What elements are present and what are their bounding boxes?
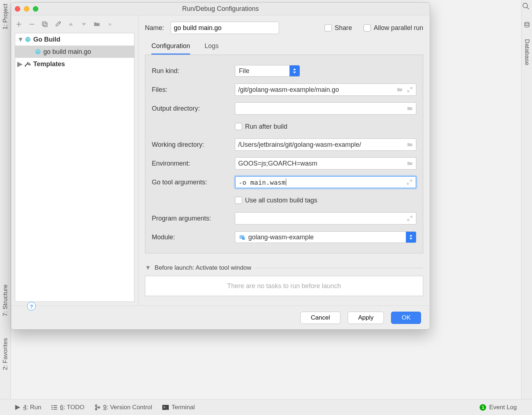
name-input[interactable] xyxy=(171,22,279,34)
tree-label: Go Build xyxy=(33,36,60,43)
tool-terminal[interactable]: >_ Terminal xyxy=(162,404,195,411)
svg-text:>_: >_ xyxy=(163,405,168,410)
expand-icon[interactable] xyxy=(407,215,413,222)
search-icon[interactable] xyxy=(522,2,530,12)
tool-database[interactable]: Database xyxy=(523,39,531,65)
expand-icon[interactable] xyxy=(407,86,413,93)
ide-right-toolbar: Database xyxy=(521,0,532,399)
environment-input[interactable]: GOOS=js;GOARCH=wasm xyxy=(235,157,416,170)
folder-icon[interactable] xyxy=(407,160,413,167)
select-arrow-icon xyxy=(289,65,300,76)
config-form-panel: Name: Share Allow parallel run Configura… xyxy=(138,16,430,305)
svg-point-10 xyxy=(95,405,97,406)
svg-line-1 xyxy=(527,7,529,9)
event-log[interactable]: 1 Event Log xyxy=(480,404,517,411)
svg-marker-36 xyxy=(409,235,412,236)
svg-marker-37 xyxy=(409,238,412,240)
help-icon: ? xyxy=(27,302,36,311)
database-icon[interactable] xyxy=(524,22,530,28)
output-dir-input[interactable] xyxy=(235,102,416,115)
before-launch-header[interactable]: ▼ Before launch: Activate tool window xyxy=(145,264,423,271)
tree-node-run-config[interactable]: go build main.go xyxy=(15,46,134,58)
svg-point-31 xyxy=(39,51,39,51)
tool-favorites[interactable]: 2: Favorites xyxy=(2,338,9,370)
select-arrow-icon xyxy=(406,232,416,243)
minimize-window-button[interactable] xyxy=(24,6,29,12)
svg-point-12 xyxy=(98,407,100,408)
ok-button[interactable]: OK xyxy=(391,312,421,324)
dialog-titlebar: Run/Debug Configurations xyxy=(11,3,430,16)
files-input[interactable]: /git/golang-wasm-example/main.go xyxy=(235,84,416,96)
tab-logs[interactable]: Logs xyxy=(205,42,219,55)
tool-project[interactable]: 1: Project xyxy=(2,4,9,30)
ide-bottom-bar: 4: Run 6: TODO 9: Version Control >_ Ter… xyxy=(0,399,532,415)
share-checkbox[interactable]: Share xyxy=(325,24,352,32)
run-after-build-checkbox[interactable]: Run after build xyxy=(235,123,287,131)
add-config-button[interactable] xyxy=(15,20,23,28)
folder-button[interactable] xyxy=(93,20,101,28)
working-dir-label: Working directory: xyxy=(152,141,235,149)
run-kind-label: Run kind: xyxy=(152,67,235,75)
svg-marker-21 xyxy=(82,23,86,26)
svg-rect-35 xyxy=(242,237,245,240)
gopher-icon xyxy=(35,48,41,55)
folder-icon[interactable] xyxy=(396,86,403,93)
svg-marker-32 xyxy=(293,68,296,70)
use-build-tags-checkbox[interactable]: Use all custom build tags xyxy=(235,197,317,204)
output-dir-label: Output directory: xyxy=(152,105,235,112)
checkbox-icon xyxy=(235,123,242,130)
svg-point-26 xyxy=(29,38,29,39)
svg-point-2 xyxy=(525,22,529,24)
tool-structure[interactable]: 7: Structure xyxy=(2,284,9,316)
tree-node-go-build[interactable]: ▼ Go Build xyxy=(15,33,134,46)
checkbox-icon xyxy=(235,197,242,204)
checkbox-icon xyxy=(325,24,332,31)
ide-left-toolbar: 1: Project 7: Structure 2: Favorites xyxy=(0,0,11,399)
working-dir-input[interactable]: /Users/jetbrains/git/golang-wasm-example… xyxy=(235,138,416,151)
dialog-title: Run/Debug Configurations xyxy=(11,5,430,13)
module-select[interactable]: golang-wasm-example xyxy=(235,231,416,243)
svg-point-27 xyxy=(35,49,40,54)
close-window-button[interactable] xyxy=(15,6,20,12)
tool-version-control[interactable]: 9: Version Control xyxy=(95,404,152,411)
config-tree[interactable]: ▼ Go Build go build main.go ▶ Templates xyxy=(15,33,134,302)
folder-icon[interactable] xyxy=(407,105,413,112)
svg-marker-20 xyxy=(69,23,73,26)
cancel-button[interactable]: Cancel xyxy=(300,312,340,324)
name-label: Name: xyxy=(145,24,164,32)
module-label: Module: xyxy=(152,234,235,241)
zoom-window-button[interactable] xyxy=(33,6,38,12)
tabs: Configuration Logs xyxy=(145,36,423,55)
svg-point-11 xyxy=(95,408,97,410)
allow-parallel-checkbox[interactable]: Allow parallel run xyxy=(364,24,423,32)
tree-node-templates[interactable]: ▶ Templates xyxy=(15,58,134,70)
move-down-button[interactable] xyxy=(80,20,88,28)
tab-configuration[interactable]: Configuration xyxy=(151,42,190,55)
edit-templates-button[interactable] xyxy=(54,20,62,28)
move-up-button[interactable] xyxy=(67,20,75,28)
before-launch-list[interactable]: There are no tasks to run before launch xyxy=(145,276,423,296)
help-button[interactable]: ? xyxy=(27,302,36,311)
svg-point-25 xyxy=(27,38,27,39)
apply-button[interactable]: Apply xyxy=(348,312,384,324)
svg-rect-19 xyxy=(42,22,46,25)
program-args-input[interactable] xyxy=(235,212,416,224)
tool-todo[interactable]: 6: TODO xyxy=(51,404,84,411)
before-launch-empty-text: There are no tasks to run before launch xyxy=(227,282,341,290)
folder-icon[interactable] xyxy=(407,141,413,148)
tool-run[interactable]: 4: Run xyxy=(15,404,41,411)
tree-label: go build main.go xyxy=(43,48,91,56)
run-kind-select[interactable]: File xyxy=(235,65,300,77)
chevron-right-icon: ▶ xyxy=(17,60,22,68)
go-tool-args-input[interactable]: -o main.wasm xyxy=(235,176,416,188)
copy-config-button[interactable] xyxy=(41,20,49,28)
expand-icon[interactable] xyxy=(406,179,413,185)
configuration-form: Run kind: File Files: xyxy=(145,55,423,253)
window-controls xyxy=(15,6,38,12)
program-args-label: Program arguments: xyxy=(152,215,235,222)
more-toolbar-button[interactable]: » xyxy=(106,20,114,28)
remove-config-button[interactable] xyxy=(28,20,36,28)
dialog-footer: Cancel Apply OK xyxy=(11,305,430,329)
svg-point-22 xyxy=(25,37,30,42)
environment-label: Environment: xyxy=(152,160,235,167)
